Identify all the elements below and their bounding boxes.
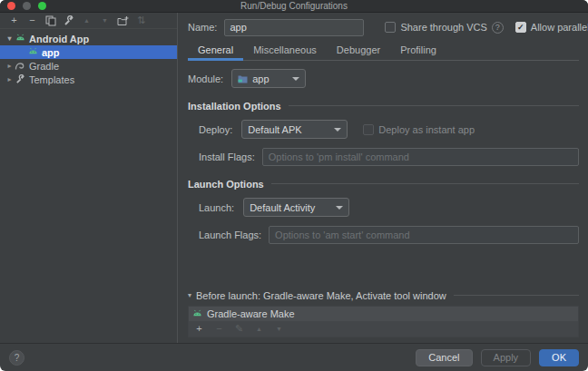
android-icon [15,34,25,44]
section-divider [289,105,579,106]
configurations-toolbar: + − ▲ ▼ ⇅ [0,13,177,29]
checkbox-checked[interactable]: ✓ [515,22,526,33]
ok-button[interactable]: OK [539,349,579,366]
launch-label: Launch: [199,202,234,213]
tree-item-app[interactable]: app [0,45,177,59]
allow-parallel-run-checkbox[interactable]: ✓ Allow parallel run [515,22,588,33]
name-label: Name: [188,22,217,33]
launch-dropdown[interactable]: Default Activity [243,198,349,217]
before-launch-section: ▾ Before launch: Gradle-aware Make, Acti… [188,289,579,337]
before-launch-header[interactable]: ▾ Before launch: Gradle-aware Make, Acti… [188,289,579,301]
expanded-arrow-icon[interactable]: ▾ [188,291,191,299]
run-debug-configurations-dialog: Run/Debug Configurations + − ▲ ▼ [0,0,588,371]
name-input[interactable] [224,19,364,36]
wrench-icon [15,74,25,85]
before-launch-task-gradle-aware-make[interactable]: Gradle-aware Make [189,307,578,321]
move-task-down-icon: ▼ [273,323,285,335]
copy-configuration-icon[interactable] [44,15,56,26]
checkbox-unchecked[interactable] [385,22,396,33]
title-bar: Run/Debug Configurations [0,0,588,13]
launch-flags-label: Launch Flags: [199,229,261,240]
tab-profiling[interactable]: Profiling [390,41,446,61]
move-task-up-icon: ▲ [253,323,265,335]
before-launch-task-list: Gradle-aware Make + − ✎ ▲ ▼ [188,306,579,337]
launch-value: Default Activity [250,202,315,213]
module-value: app [252,73,269,84]
dialog-footer: ? Cancel Apply OK [0,343,588,371]
tree-item-label: app [42,47,60,58]
remove-task-icon: − [213,323,225,335]
move-down-icon: ▼ [99,15,111,26]
tree-item-gradle[interactable]: ▸ Gradle [0,59,177,73]
tree-item-label: Android App [29,34,89,44]
android-icon [27,47,38,58]
cancel-button[interactable]: Cancel [416,349,472,366]
gradle-icon [15,61,25,72]
deploy-instant-app-checkbox[interactable]: Deploy as instant app [363,124,475,135]
sort-configurations-icon: ⇅ [135,15,147,26]
configuration-tree: ▾ Android App app ▸ [0,29,177,86]
before-launch-toolbar: + − ✎ ▲ ▼ [189,321,578,337]
install-flags-input[interactable] [262,148,579,166]
tab-miscellaneous[interactable]: Miscellaneous [243,41,327,61]
deploy-instant-app-label: Deploy as instant app [378,124,475,135]
module-icon [238,74,248,83]
add-configuration-icon[interactable]: + [8,15,20,26]
tree-item-android-app[interactable]: ▾ Android App [0,32,177,45]
checkbox-unchecked-disabled [363,124,374,135]
launch-options-title: Launch Options [188,179,264,190]
move-up-icon: ▲ [81,15,93,26]
chevron-down-icon [336,206,343,210]
settings-tabs: General Miscellaneous Debugger Profiling [188,41,579,61]
remove-configuration-icon[interactable]: − [26,15,38,26]
chevron-down-icon [292,77,299,81]
before-launch-title: Before launch: Gradle-aware Make, Activa… [196,290,446,301]
task-label: Gradle-aware Make [207,308,295,319]
edit-defaults-wrench-icon[interactable] [63,15,74,26]
dialog-title: Run/Debug Configurations [0,1,588,11]
collapsed-arrow-icon[interactable]: ▸ [5,62,15,70]
configuration-editor: Name: Share through VCS ? ✓ Allow parall… [178,13,588,343]
share-through-vcs-checkbox[interactable]: Share through VCS ? [385,22,503,34]
collapsed-arrow-icon[interactable]: ▸ [5,75,15,83]
add-task-icon[interactable]: + [193,323,205,335]
help-button[interactable]: ? [9,350,24,366]
new-folder-icon[interactable] [117,15,129,26]
deploy-dropdown[interactable]: Default APK [241,120,348,139]
edit-task-icon: ✎ [233,323,245,335]
deploy-label: Deploy: [199,124,232,135]
section-divider [454,295,579,296]
installation-options-title: Installation Options [188,101,281,112]
allow-parallel-run-label: Allow parallel run [531,22,588,33]
apply-button[interactable]: Apply [481,349,532,366]
android-icon [192,309,202,319]
module-label: Module: [188,73,223,84]
deploy-value: Default APK [248,124,301,135]
chevron-down-icon [334,128,341,132]
launch-flags-input[interactable] [269,226,579,244]
install-flags-label: Install Flags: [199,151,255,162]
tab-general[interactable]: General [188,41,243,61]
tree-item-label: Gradle [29,61,59,72]
module-dropdown[interactable]: app [231,69,306,88]
share-through-vcs-label: Share through VCS [400,22,486,33]
tree-item-label: Templates [29,74,74,85]
launch-options-section: Launch Options [188,178,579,190]
help-icon[interactable]: ? [492,22,504,34]
configurations-panel: + − ▲ ▼ ⇅ ▾ [0,13,178,343]
tree-item-templates[interactable]: ▸ Templates [0,73,177,86]
expanded-arrow-icon[interactable]: ▾ [5,34,15,43]
installation-options-section: Installation Options [188,100,579,112]
tab-debugger[interactable]: Debugger [327,41,390,61]
section-divider [271,183,579,184]
